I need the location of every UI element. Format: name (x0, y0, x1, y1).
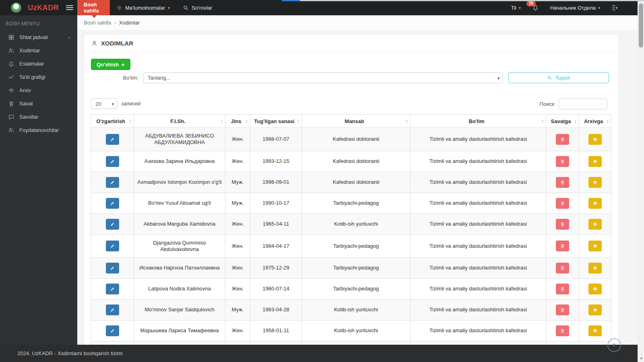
delete-cell (546, 214, 579, 234)
nav-tab-home[interactable]: Bosh sahifa (77, 0, 110, 15)
brand-title[interactable]: UzKADR (28, 4, 59, 12)
edit-button[interactable] (106, 156, 119, 167)
scrollbar-thumb[interactable] (639, 3, 643, 47)
table-search-input[interactable] (558, 99, 607, 109)
archive-button[interactable]: ❖ (588, 263, 602, 274)
column-header[interactable]: Bo'lim▲▼ (411, 115, 546, 128)
brand-zone: UzKADR (0, 0, 77, 15)
sidebar-toggle-icon[interactable] (66, 5, 73, 10)
nav-tab-queries[interactable]: So'rovlar (176, 0, 219, 15)
column-header[interactable]: F.I.Sh.▲▼ (134, 115, 225, 128)
employee-gender: Жен. (225, 128, 250, 151)
delete-button[interactable] (556, 263, 569, 274)
nav-tab-references[interactable]: Ma'lumotnomalar ▾ (110, 0, 176, 15)
archive-cell: ❖ (579, 321, 611, 341)
sidebar-item-foydalanuvchilar[interactable]: Foydalanuvchilar (0, 123, 77, 137)
pencil-icon (110, 328, 115, 333)
edit-button[interactable] (106, 219, 119, 230)
edit-cell (91, 193, 134, 214)
archive-icon: ❖ (593, 221, 598, 227)
sidebar-item-arxiv[interactable]: Arxiv (0, 84, 77, 97)
edit-button[interactable] (106, 284, 119, 294)
trash-icon (560, 328, 565, 333)
archive-button[interactable]: ❖ (588, 219, 602, 230)
delete-button[interactable] (556, 304, 569, 315)
notifications-button[interactable]: 70 (532, 4, 539, 11)
pencil-icon (110, 265, 115, 271)
sidebar-item-xodimlar[interactable]: Xodimlar (0, 44, 77, 57)
archive-button[interactable]: ❖ (588, 134, 602, 145)
navbar-menu: Bosh sahifa Ma'lumotnomalar ▾ So'rovlar (77, 0, 219, 15)
sidebar-item-savat[interactable]: Savat (0, 97, 77, 110)
archive-button[interactable]: ❖ (588, 284, 602, 294)
employee-birthdate: 1984-04-17 (250, 234, 302, 258)
employee-gender: Жен. (225, 234, 250, 258)
archive-button[interactable]: ❖ (588, 156, 602, 167)
footer-text: 2024. UzKADR - Xodimlarni boshqarish tiz… (17, 350, 123, 356)
edit-button[interactable] (106, 241, 119, 251)
edit-button[interactable] (106, 177, 119, 188)
edit-button[interactable] (106, 325, 119, 336)
column-header[interactable]: Jins▲▼ (225, 115, 250, 128)
sidebar-item-shtat-jadvali[interactable]: Shtat jadvali ‹ (0, 31, 77, 44)
edit-button[interactable] (106, 263, 119, 274)
scrollbar-down-arrow[interactable]: ▾ (638, 356, 644, 360)
column-header-label: O'zgartirish (96, 118, 125, 124)
find-button[interactable]: Topish (508, 72, 609, 83)
user-dropdown[interactable]: Начальник Отдела ▾ (550, 5, 600, 11)
chevron-down-icon: ▾ (598, 6, 600, 10)
breadcrumb-home-link[interactable]: Bosh sahifa (84, 20, 111, 26)
column-header[interactable]: Tug'ilgan sanasi▲▼ (250, 115, 302, 128)
employee-gender: Муж. (225, 193, 250, 214)
logout-button[interactable] (611, 4, 618, 11)
column-header[interactable]: Arxivga▲▼ (579, 115, 611, 128)
archive-button[interactable]: ❖ (588, 304, 602, 315)
top-navbar: UzKADR Bosh sahifa Ma'lumotnomalar ▾ So'… (0, 0, 644, 15)
delete-button[interactable] (556, 219, 569, 230)
department-select[interactable]: Tanlang... (143, 72, 503, 83)
add-button[interactable]: Qo'shish + (91, 59, 130, 70)
delete-button[interactable] (556, 284, 569, 294)
language-dropdown[interactable]: Til ▾ (511, 5, 520, 11)
archive-button[interactable]: ❖ (588, 325, 602, 336)
delete-cell (546, 151, 579, 172)
edit-cell (91, 258, 134, 279)
scroll-to-top-button[interactable] (607, 338, 621, 352)
delete-button[interactable] (556, 156, 569, 167)
archive-icon: ❖ (593, 265, 598, 271)
sort-icon: ▲▼ (607, 119, 609, 123)
column-header-label: Jins (231, 118, 241, 124)
delete-button[interactable] (556, 198, 569, 209)
employee-name: Исхакова Наргиза Патхиллаевна (134, 258, 225, 279)
column-header[interactable]: Mansab▲▼ (302, 115, 411, 128)
sort-icon: ▲▼ (129, 119, 132, 123)
delete-button[interactable] (556, 325, 569, 336)
trash-icon (560, 159, 565, 164)
column-header[interactable]: Savatga▲▼ (546, 115, 579, 128)
page-title: XODIMLAR (101, 40, 133, 47)
edit-button[interactable] (106, 198, 119, 209)
sidebar-item-tatil-grafigi[interactable]: Ta'til grafigi (0, 70, 77, 84)
delete-button[interactable] (556, 241, 569, 251)
archive-button[interactable]: ❖ (588, 241, 602, 251)
edit-button[interactable] (106, 134, 119, 145)
employee-department: Tizimli va amaliy dasturlashtirish kafed… (411, 300, 546, 321)
employee-table-body: АБДУВАЛИЕВА ЗЕБИНИСО АБДУЛХАМИДОВНА Жен.… (91, 128, 611, 362)
column-header[interactable]: O'zgartirish▲▼ (91, 115, 134, 128)
page-size-select[interactable]: 20 (91, 99, 117, 109)
employee-gender: Жен. (225, 214, 250, 234)
delete-button[interactable] (556, 134, 569, 145)
edit-cell (91, 151, 134, 172)
sidebar: BOSH MENYU Shtat jadvali ‹ Xodimlar Esla… (0, 15, 77, 362)
table-row: Axmadjonov Islomjon Kozimjon o'g'li Муж.… (91, 172, 611, 193)
sidebar-item-eslatmalar[interactable]: Eslatmalar (0, 57, 77, 70)
archive-button[interactable]: ❖ (588, 177, 602, 188)
edit-button[interactable] (106, 304, 119, 315)
employee-position: Kafedrasi doktoranti (302, 151, 411, 172)
sidebar-item-savollar[interactable]: Savollar (0, 110, 77, 123)
delete-button[interactable] (556, 177, 569, 188)
archive-cell: ❖ (579, 300, 611, 321)
archive-button[interactable]: ❖ (588, 198, 602, 209)
edit-cell (91, 234, 134, 258)
employee-gender: Муж. (225, 300, 250, 321)
